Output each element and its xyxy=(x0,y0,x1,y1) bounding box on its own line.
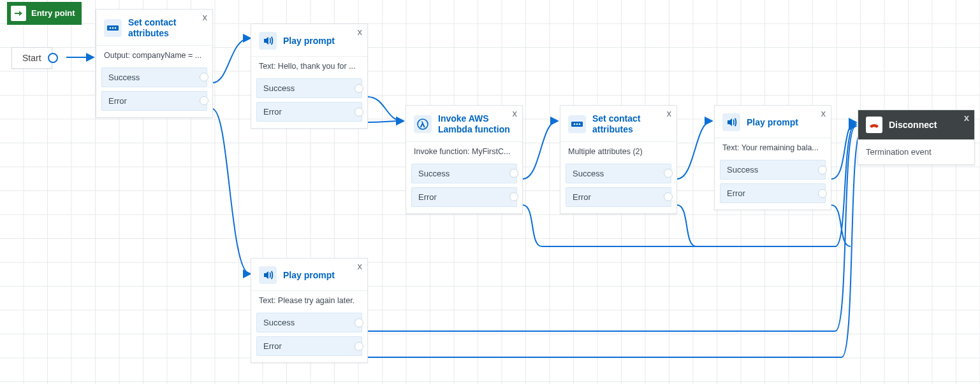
output-port[interactable] xyxy=(200,96,208,105)
start-node[interactable]: Start xyxy=(11,47,52,69)
play-prompt-icon xyxy=(259,266,277,284)
output-port[interactable] xyxy=(509,169,518,178)
branch-success[interactable]: Success xyxy=(101,68,207,87)
close-icon[interactable]: x xyxy=(667,108,672,118)
node-set-contact-attributes-1[interactable]: x Set contact attributes Output: company… xyxy=(96,9,213,118)
node-title: Set contact attributes xyxy=(592,113,669,135)
svg-point-2 xyxy=(112,27,114,29)
close-icon[interactable]: x xyxy=(358,261,363,271)
node-subtitle: Text: Your remaining bala... xyxy=(715,138,831,160)
branch-success[interactable]: Success xyxy=(256,78,362,98)
close-icon[interactable]: x xyxy=(203,12,208,22)
node-subtitle: Text: Please try again later. xyxy=(251,290,367,313)
close-icon[interactable]: x xyxy=(358,27,363,36)
node-play-prompt-hello[interactable]: x Play prompt Text: Hello, thank you for… xyxy=(251,24,368,129)
branch-error[interactable]: Error xyxy=(411,187,517,207)
flow-canvas[interactable]: Entry point Start x Set contact attribut… xyxy=(0,0,980,384)
close-icon[interactable]: x xyxy=(821,108,826,118)
branch-error[interactable]: Error xyxy=(566,187,671,207)
svg-point-7 xyxy=(576,123,578,125)
start-label: Start xyxy=(22,53,41,63)
close-icon[interactable]: x xyxy=(513,108,518,118)
branch-error[interactable]: Error xyxy=(256,336,362,356)
lambda-icon xyxy=(414,115,432,133)
output-port[interactable] xyxy=(355,342,363,351)
branch-success[interactable]: Success xyxy=(256,313,362,332)
output-port[interactable] xyxy=(355,84,363,93)
node-disconnect[interactable]: x Disconnect Termination event xyxy=(858,110,975,165)
node-invoke-lambda[interactable]: x Invoke AWS Lambda function Invoke func… xyxy=(406,105,523,214)
disconnect-icon xyxy=(866,117,882,133)
output-port[interactable] xyxy=(664,192,673,201)
node-play-prompt-balance[interactable]: x Play prompt Text: Your remaining bala.… xyxy=(714,105,831,210)
branch-error[interactable]: Error xyxy=(256,102,362,122)
play-prompt-icon xyxy=(259,32,277,50)
branch-success[interactable]: Success xyxy=(720,160,826,180)
output-port[interactable] xyxy=(818,189,827,198)
output-port[interactable] xyxy=(818,166,827,174)
output-port[interactable] xyxy=(355,108,363,117)
svg-point-6 xyxy=(574,123,576,125)
entry-arrow-icon xyxy=(11,6,26,21)
entry-point-label: Entry point xyxy=(31,9,75,18)
node-title: Play prompt xyxy=(283,270,335,281)
output-port[interactable] xyxy=(355,318,363,327)
branch-success[interactable]: Success xyxy=(566,164,671,183)
node-title: Set contact attributes xyxy=(128,17,205,39)
node-subtitle: Termination event xyxy=(858,139,974,164)
output-port[interactable] xyxy=(664,169,673,178)
node-play-prompt-try-again[interactable]: x Play prompt Text: Please try again lat… xyxy=(251,258,368,363)
play-prompt-icon xyxy=(722,113,740,131)
node-title: Play prompt xyxy=(283,36,335,46)
node-subtitle: Invoke function: MyFirstC... xyxy=(406,141,522,164)
branch-error[interactable]: Error xyxy=(720,183,826,203)
svg-point-3 xyxy=(115,27,117,29)
node-set-contact-attributes-2[interactable]: x Set contact attributes Multiple attrib… xyxy=(560,105,677,214)
svg-point-8 xyxy=(579,123,581,125)
output-port[interactable] xyxy=(509,192,518,201)
svg-point-1 xyxy=(110,27,112,29)
contact-attributes-icon xyxy=(568,115,586,133)
node-title: Play prompt xyxy=(747,117,798,128)
close-icon[interactable]: x xyxy=(964,113,969,122)
node-subtitle: Multiple attributes (2) xyxy=(560,141,676,164)
branch-error[interactable]: Error xyxy=(101,91,207,111)
node-subtitle: Text: Hello, thank you for ... xyxy=(251,56,367,78)
node-subtitle: Output: companyName = ... xyxy=(96,45,212,68)
start-output-port[interactable] xyxy=(48,53,58,63)
node-title: Disconnect xyxy=(889,120,937,130)
branch-success[interactable]: Success xyxy=(411,164,517,183)
contact-attributes-icon xyxy=(104,19,122,37)
node-title: Invoke AWS Lambda function xyxy=(438,113,515,135)
output-port[interactable] xyxy=(200,73,208,82)
entry-point-badge: Entry point xyxy=(7,2,82,25)
